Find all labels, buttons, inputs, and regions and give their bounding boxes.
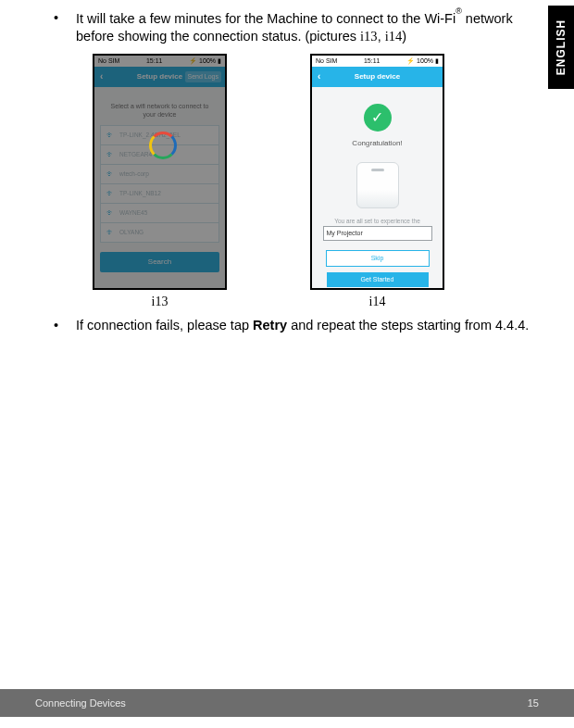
page-content: It will take a few minutes for the Machi… [0, 0, 574, 334]
wifi-name: wtech-corp [119, 170, 149, 179]
congrats-text: Congratulation! [352, 139, 402, 149]
caption: i13 [152, 294, 168, 311]
battery-icon: ⚡ [189, 56, 197, 65]
text: If connection fails, please tap [76, 318, 253, 333]
screen-title: Setup device [355, 72, 400, 82]
page-footer: Connecting Devices 15 [0, 689, 574, 717]
wifi-icon: ᯤ [106, 149, 115, 160]
wifi-item[interactable]: ᯤTP-LINK_NB12 [100, 183, 219, 204]
carrier: No SIM [98, 56, 119, 65]
footer-page-number: 15 [528, 697, 539, 709]
language-label: ENGLISH [555, 19, 568, 75]
screen-title: Setup device [137, 72, 182, 82]
title-bar: ‹ Setup device Send Logs [94, 67, 225, 87]
battery-icon: ⚡ [406, 56, 415, 65]
text: It will take a few minutes for the Machi… [76, 11, 455, 26]
wifi-item[interactable]: ᯤWAYNE45 [100, 203, 219, 223]
wifi-name: OLYANG [119, 229, 144, 237]
wifi-item[interactable]: ᯤwtech-corp [100, 164, 219, 184]
loading-spinner-icon [149, 132, 177, 159]
battery: 100% [199, 56, 216, 65]
device-name-input[interactable]: My Projector [323, 226, 432, 241]
retry-label: Retry [253, 318, 287, 333]
send-logs-button[interactable]: Send Logs [185, 71, 221, 82]
fig-ref: i14 [385, 29, 403, 44]
screenshot-i13: No SIM 15:11 ⚡100%▮ ‹ Setup device Send … [93, 54, 227, 311]
wifi-icon: ᯤ [106, 188, 115, 199]
battery-shape: ▮ [218, 56, 221, 65]
wifi-icon: ᯤ [106, 130, 115, 141]
wifi-name: NETGEAR4 [119, 151, 152, 159]
device-image [356, 162, 399, 208]
registered-mark: ® [455, 6, 462, 16]
text: ) [402, 29, 406, 44]
wifi-icon: ᯤ [106, 207, 115, 219]
carrier: No SIM [316, 56, 337, 65]
clock: 15:11 [146, 56, 163, 65]
back-icon[interactable]: ‹ [318, 70, 320, 83]
wifi-instruction: Select a wifi network to connect to your… [94, 87, 225, 126]
get-started-button[interactable]: Get Started [327, 272, 429, 287]
bullet-1: It will take a few minutes for the Machi… [54, 9, 539, 311]
status-bar: No SIM 15:11 ⚡100%▮ [94, 56, 225, 67]
battery: 100% [417, 56, 433, 65]
screenshot-i14: No SIM 15:11 ⚡100%▮ ‹ Setup device ✓ [310, 54, 444, 311]
bullet-2: If connection fails, please tap Retry an… [54, 317, 539, 335]
text: , [378, 29, 385, 44]
wifi-item[interactable]: ᯤOLYANG [100, 222, 219, 243]
caption: i14 [369, 294, 386, 311]
wifi-name: TP-LINK_NB12 [119, 190, 161, 198]
skip-button[interactable]: Skip [326, 250, 430, 267]
status-bar: No SIM 15:11 ⚡100%▮ [312, 56, 443, 67]
fig-ref: i13 [360, 29, 378, 44]
wifi-icon: ᯤ [106, 227, 115, 238]
footer-section: Connecting Devices [35, 697, 126, 709]
experience-text: You are all set to experience the [334, 218, 420, 226]
battery-shape: ▮ [435, 56, 439, 65]
wifi-icon: ᯤ [106, 169, 115, 180]
back-icon[interactable]: ‹ [100, 70, 103, 83]
text: and repeat the steps starting from 4.4.4… [287, 318, 529, 333]
clock: 15:11 [364, 56, 381, 65]
wifi-name: WAYNE45 [119, 209, 147, 218]
search-button[interactable]: Search [100, 252, 219, 272]
success-check-icon: ✓ [364, 104, 392, 132]
language-tab: ENGLISH [548, 6, 574, 89]
input-value: My Projector [327, 229, 363, 237]
title-bar: ‹ Setup device [312, 67, 443, 87]
